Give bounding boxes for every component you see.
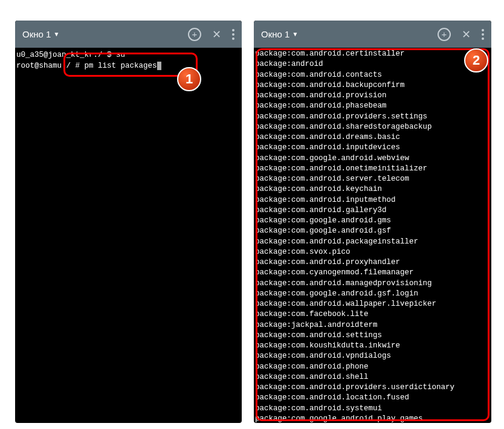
menu-icon[interactable] <box>232 29 234 40</box>
package-line: package:com.facebook.lite <box>255 309 491 320</box>
package-line: package:com.android.wallpaper.livepicker <box>255 299 491 309</box>
package-line: package:com.google.android.play.games <box>255 414 491 423</box>
package-line: package:com.google.android.gsf <box>255 226 491 236</box>
add-window-icon[interactable]: + <box>438 28 451 41</box>
package-line: package:com.android.certinstaller <box>255 49 491 59</box>
package-line: package:com.android.server.telecom <box>255 174 491 184</box>
package-line: package:com.android.phasebeam <box>255 101 491 111</box>
close-icon[interactable]: ✕ <box>462 28 471 41</box>
package-line: package:com.android.phone <box>255 362 491 372</box>
package-line: package:com.android.settings <box>255 331 491 341</box>
terminal-body-left[interactable]: u0_a35@joan_kt_kr:/ $ su root@shamu:/ # … <box>15 48 242 74</box>
package-line: package:com.android.gallery3d <box>255 205 491 216</box>
package-line: package:com.android.keychain <box>255 184 491 195</box>
step-badge-2: 2 <box>464 48 488 73</box>
dropdown-arrow-icon: ▼ <box>53 31 59 37</box>
package-line: package:com.android.packageinstaller <box>255 237 491 247</box>
cursor-icon <box>157 62 161 70</box>
package-line: package:com.android.provision <box>255 91 491 101</box>
package-line: package:com.cyanogenmod.filemanager <box>255 268 491 278</box>
package-line: package:com.android.location.fused <box>255 393 491 403</box>
title-icons-left: + ✕ <box>188 28 234 41</box>
package-line: package:jackpal.androidterm <box>255 320 491 331</box>
package-line: package:com.android.shell <box>255 372 491 382</box>
title-bar-left: Окно 1 ▼ + ✕ <box>15 21 242 48</box>
terminal-window-left: Окно 1 ▼ + ✕ u0_a35@joan_kt_kr:/ $ su ro… <box>15 21 242 423</box>
package-line: package:com.android.inputdevices <box>255 143 491 153</box>
package-line: package:com.android.dreams.basic <box>255 132 491 143</box>
package-line: package:com.android.onetimeinitializer <box>255 164 491 174</box>
package-line: package:com.android.providers.settings <box>255 112 491 122</box>
package-line: package:com.google.android.webview <box>255 153 491 164</box>
menu-icon[interactable] <box>482 29 484 40</box>
package-line: package:com.android.sharedstoragebackup <box>255 122 491 132</box>
package-line: package:com.android.providers.userdictio… <box>255 382 491 393</box>
package-line: package:com.android.vpndialogs <box>255 351 491 361</box>
title-icons-right: + ✕ <box>438 28 484 41</box>
package-line: package:com.android.managedprovisioning <box>255 279 491 289</box>
package-line: package:com.android.contacts <box>255 70 491 80</box>
package-line: package:com.koushikdutta.inkwire <box>255 341 491 351</box>
window-title-right[interactable]: Окно 1 ▼ <box>261 29 438 39</box>
package-line: package:com.android.proxyhandler <box>255 257 491 268</box>
package-line: package:com.google.android.gsf.login <box>255 289 491 299</box>
window-title-label: Окно 1 <box>22 29 51 39</box>
close-icon[interactable]: ✕ <box>212 28 221 41</box>
package-line: package:com.android.systemui <box>255 404 491 414</box>
package-line: package:com.android.inputmethod <box>255 195 491 205</box>
package-line: package:com.android.backupconfirm <box>255 80 491 91</box>
window-title-label: Окно 1 <box>261 29 289 39</box>
add-window-icon[interactable]: + <box>188 28 201 41</box>
window-title-left[interactable]: Окно 1 ▼ <box>22 29 188 39</box>
title-bar-right: Окно 1 ▼ + ✕ <box>254 21 491 48</box>
terminal-body-right[interactable]: package:com.android.certinstallerpackage… <box>254 48 491 423</box>
terminal-line: root@shamu:/ # pm list packages <box>16 61 241 72</box>
package-line: package:com.svox.pico <box>255 247 491 257</box>
terminal-line: u0_a35@joan_kt_kr:/ $ su <box>16 50 241 61</box>
step-badge-1: 1 <box>177 67 201 91</box>
dropdown-arrow-icon: ▼ <box>292 31 298 37</box>
terminal-window-right: Окно 1 ▼ + ✕ package:com.android.certins… <box>254 21 491 423</box>
package-line: package:android <box>255 59 491 69</box>
package-line: package:com.google.android.gms <box>255 216 491 226</box>
